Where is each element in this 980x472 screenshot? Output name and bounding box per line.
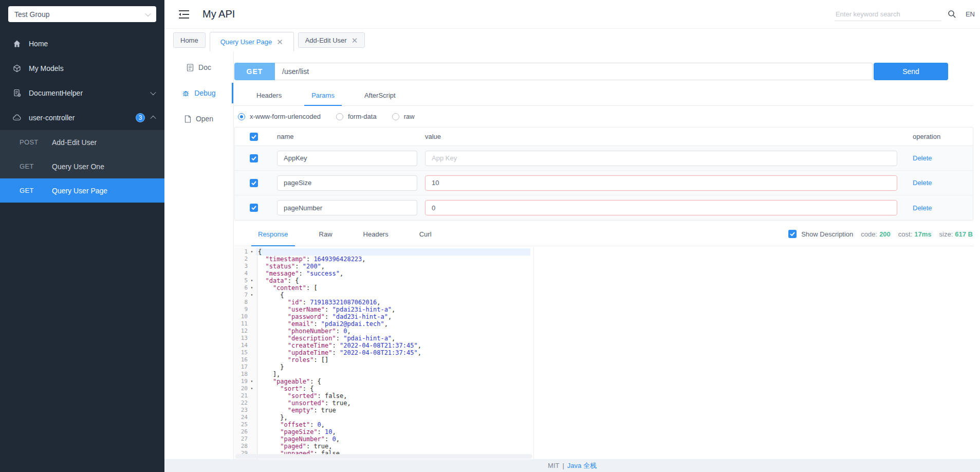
tab-params[interactable]: Params xyxy=(297,86,349,105)
cost-stat: cost:17ms xyxy=(898,230,932,238)
table-row: Delete xyxy=(235,195,973,220)
line-number: 2 xyxy=(234,256,248,263)
tab-home[interactable]: Home xyxy=(173,32,206,48)
open-tabs-bar: Home Query User Page ✕ Add-Edit User ✕ xyxy=(164,29,980,51)
param-value-input[interactable] xyxy=(425,175,897,191)
radio-form-data[interactable]: form-data xyxy=(336,113,377,120)
select-all-checkbox[interactable] xyxy=(250,133,258,141)
fold-toggle-icon[interactable] xyxy=(248,328,256,335)
request-url-input[interactable] xyxy=(275,63,873,80)
fold-toggle-icon[interactable]: ▾ xyxy=(248,385,256,392)
line-number: 25 xyxy=(234,421,248,428)
fold-toggle-icon[interactable] xyxy=(248,349,256,356)
fold-toggle-icon[interactable] xyxy=(248,443,256,450)
editor-hscrollbar[interactable] xyxy=(235,454,532,459)
radio-raw[interactable]: raw xyxy=(392,113,415,120)
endpoint-add-edit-user[interactable]: POST Add-Edit User xyxy=(0,130,164,154)
endpoint-query-user-one[interactable]: GET Query User One xyxy=(0,154,164,178)
status-code-stat: code:200 xyxy=(861,230,891,238)
fold-toggle-icon[interactable] xyxy=(248,263,256,270)
sidebar-item-user-controller[interactable]: user-controller 3 xyxy=(0,105,164,130)
http-method-select[interactable]: GET xyxy=(234,63,275,80)
fold-toggle-icon[interactable]: ▾ xyxy=(248,248,256,256)
line-number: 17 xyxy=(234,364,248,371)
fold-toggle-icon[interactable] xyxy=(248,335,256,342)
fold-toggle-icon[interactable] xyxy=(248,435,256,443)
fold-toggle-icon[interactable] xyxy=(248,320,256,328)
line-number: 5 xyxy=(234,277,248,284)
radio-x-www-form-urlencoded[interactable]: x-www-form-urlencoded xyxy=(238,113,321,120)
line-number: 12 xyxy=(234,328,248,335)
tab-response-headers[interactable]: Headers xyxy=(348,222,404,246)
endpoint-count-badge: 3 xyxy=(136,113,145,122)
code-line: 19 ▾ "pageable": { xyxy=(234,378,973,385)
close-icon[interactable]: ✕ xyxy=(276,38,283,46)
tab-raw[interactable]: Raw xyxy=(304,222,348,246)
close-icon[interactable]: ✕ xyxy=(352,37,358,44)
fold-toggle-icon[interactable] xyxy=(248,364,256,371)
tab-response[interactable]: Response xyxy=(243,222,304,246)
param-name-input[interactable] xyxy=(277,200,417,215)
fold-toggle-icon[interactable] xyxy=(248,371,256,378)
fold-toggle-icon[interactable]: ▾ xyxy=(248,277,256,284)
fold-toggle-icon[interactable] xyxy=(248,421,256,428)
delete-link[interactable]: Delete xyxy=(913,179,932,187)
delete-link[interactable]: Delete xyxy=(913,204,932,212)
fold-toggle-icon[interactable] xyxy=(248,356,256,364)
line-number: 13 xyxy=(234,335,248,342)
line-number: 9 xyxy=(234,306,248,313)
sidebar-item-document-helper[interactable]: DocumentHelper xyxy=(0,81,164,105)
param-value-input[interactable] xyxy=(425,200,897,215)
endpoint-label: Add-Edit User xyxy=(52,138,97,147)
fold-toggle-icon[interactable] xyxy=(248,400,256,407)
tab-query-user-page[interactable]: Query User Page ✕ xyxy=(210,32,294,51)
line-number: 10 xyxy=(234,313,248,320)
tab-curl[interactable]: Curl xyxy=(404,222,447,246)
row-checkbox[interactable] xyxy=(250,154,258,162)
param-name-input[interactable] xyxy=(277,175,417,191)
test-group-select[interactable]: Test Group xyxy=(8,6,156,22)
fold-toggle-icon[interactable] xyxy=(248,392,256,400)
sidebar-item-home[interactable]: Home xyxy=(0,31,164,56)
send-button[interactable]: Send xyxy=(874,63,948,80)
fold-toggle-icon[interactable]: ▾ xyxy=(248,284,256,292)
fold-toggle-icon[interactable] xyxy=(248,299,256,306)
show-description-toggle[interactable]: Show Description xyxy=(788,230,853,238)
show-description-checkbox[interactable] xyxy=(788,230,797,238)
language-switch[interactable]: EN xyxy=(966,10,975,18)
fold-toggle-icon[interactable] xyxy=(248,256,256,263)
radio-selected-icon xyxy=(238,113,245,120)
collapse-sidebar-icon[interactable] xyxy=(178,9,191,20)
fold-toggle-icon[interactable] xyxy=(248,270,256,277)
rail-item-doc[interactable]: Doc xyxy=(164,55,233,80)
tab-headers[interactable]: Headers xyxy=(242,86,297,105)
keyword-search-input[interactable] xyxy=(835,8,941,21)
code-text: "offset": 0, xyxy=(256,421,530,428)
sidebar-item-my-models[interactable]: My Models xyxy=(0,56,164,81)
rail-item-debug[interactable]: Debug xyxy=(164,80,233,106)
param-name-input[interactable] xyxy=(277,151,417,166)
endpoint-query-user-page[interactable]: GET Query User Page xyxy=(0,178,164,203)
footer-link[interactable]: Java 全栈 xyxy=(567,461,597,470)
fold-toggle-icon[interactable] xyxy=(248,407,256,414)
home-icon xyxy=(12,39,22,48)
fold-toggle-icon[interactable] xyxy=(248,428,256,435)
radio-icon xyxy=(336,113,343,120)
row-checkbox[interactable] xyxy=(250,179,258,187)
search-icon[interactable] xyxy=(948,10,956,19)
fold-toggle-icon[interactable] xyxy=(248,313,256,320)
row-checkbox[interactable] xyxy=(250,204,258,212)
tab-afterscript[interactable]: AfterScript xyxy=(349,86,411,105)
response-code-editor[interactable]: 1 ▾ { 2 "timestamp": 1649396428223, 3 "s… xyxy=(234,247,973,459)
delete-link[interactable]: Delete xyxy=(913,154,932,162)
fold-toggle-icon[interactable] xyxy=(248,414,256,421)
line-number: 16 xyxy=(234,356,248,364)
fold-toggle-icon[interactable]: ▾ xyxy=(248,378,256,385)
tab-add-edit-user[interactable]: Add-Edit User ✕ xyxy=(298,32,365,48)
code-text: "id": 719183321087062016, xyxy=(256,299,530,306)
fold-toggle-icon[interactable] xyxy=(248,342,256,349)
fold-toggle-icon[interactable] xyxy=(248,306,256,313)
fold-toggle-icon[interactable]: ▾ xyxy=(248,292,256,299)
rail-item-open[interactable]: Open xyxy=(164,106,233,132)
param-value-input[interactable] xyxy=(425,151,897,166)
